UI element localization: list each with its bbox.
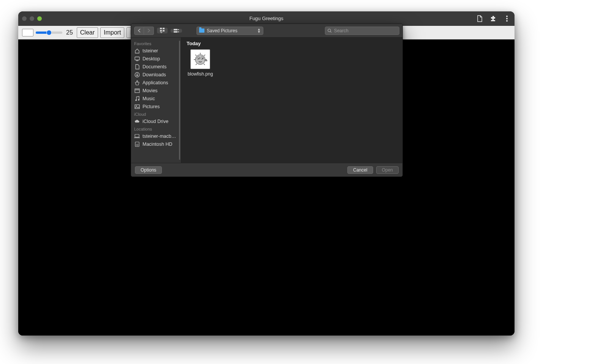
sidebar[interactable]: FavoriteststeinerDesktopDocumentsDownloa… [131,38,181,163]
sidebar-item-label: tsteiner-macb… [142,134,176,139]
svg-rect-25 [135,134,139,137]
minimize-window-button[interactable] [30,16,34,21]
sidebar-item-icloud-drive[interactable]: iCloud Drive [131,117,181,125]
svg-rect-26 [134,137,140,138]
sidebar-item-documents[interactable]: Documents [131,63,181,71]
sidebar-item-desktop[interactable]: Desktop [131,55,181,63]
window-title: Fugu Greetings [18,16,515,21]
search-field[interactable] [325,27,399,35]
color-swatch[interactable] [22,29,33,36]
search-input[interactable] [334,28,397,33]
clear-button[interactable]: Clear [77,27,98,38]
view-mode-button[interactable] [157,28,168,33]
chevron-down-icon [160,32,163,33]
sidebar-item-tsteiner[interactable]: tsteiner [131,47,181,55]
svg-rect-4 [163,28,165,29]
updown-icon: ▲▼ [257,28,261,33]
file-item[interactable]: blowfish.png [187,49,214,77]
cloud-icon [134,118,140,124]
location-dropdown[interactable]: Saved Pictures ▲▼ [196,27,263,35]
svg-line-40 [196,64,197,65]
sidebar-section-header: iCloud [131,110,181,117]
svg-rect-7 [174,29,177,30]
svg-rect-3 [160,28,162,29]
svg-rect-23 [135,105,139,109]
document-icon[interactable] [476,15,483,22]
window-controls [22,16,42,21]
sidebar-item-label: Movies [142,88,158,93]
file-thumbnail [190,49,210,69]
sidebar-item-pictures[interactable]: Pictures [131,102,181,110]
sidebar-item-label: Downloads [142,72,166,77]
maximize-window-button[interactable] [37,16,42,21]
documents-icon [134,64,140,69]
disk-icon [134,141,140,147]
group-by-button[interactable] [171,29,182,33]
svg-point-28 [136,144,138,145]
svg-line-41 [204,64,205,65]
nav-back-button[interactable] [134,27,144,35]
app-window: Fugu Greetings 25 Clear Import [18,11,515,336]
dialog-toolbar: Saved Pictures ▲▼ [131,24,402,38]
location-label: Saved Pictures [207,28,238,33]
svg-point-32 [198,58,200,59]
file-open-dialog: Saved Pictures ▲▼ FavoriteststeinerDeskt… [131,24,403,177]
sidebar-item-label: tsteiner [142,48,158,54]
scrollbar[interactable] [179,41,180,160]
svg-line-37 [204,55,205,56]
pictures-icon [134,104,140,109]
sidebar-item-applications[interactable]: Applications [131,79,181,87]
music-icon [134,96,140,101]
file-name-label: blowfish.png [188,71,213,77]
applications-icon [134,80,140,85]
sidebar-section-header: Favorites [131,40,181,47]
laptop-icon [134,133,140,139]
nav-forward-button[interactable] [144,27,154,35]
desktop-icon [134,56,140,61]
sidebar-item-tsteiner-macb-[interactable]: tsteiner-macb… [131,132,181,140]
dialog-footer: Options Cancel Open [131,163,402,176]
movies-icon [134,88,140,93]
sidebar-item-label: Pictures [142,104,160,109]
sidebar-section-header: Locations [131,125,181,132]
options-button[interactable]: Options [135,166,162,174]
svg-rect-6 [163,30,165,32]
open-button[interactable]: Open [376,166,399,174]
folder-icon [199,28,204,33]
sidebar-item-label: Music [142,96,155,101]
more-menu-icon[interactable] [503,15,511,22]
downloads-icon [134,72,140,77]
sidebar-item-movies[interactable]: Movies [131,87,181,95]
cancel-button[interactable]: Cancel [347,166,373,174]
import-button[interactable]: Import [100,27,124,38]
section-header: Today [187,41,397,46]
search-icon [328,28,332,33]
close-window-button[interactable] [22,16,27,21]
sidebar-item-label: iCloud Drive [142,119,168,124]
svg-point-2 [506,20,508,22]
file-pane[interactable]: Today blowfish.png [181,38,402,163]
sidebar-item-label: Macintosh HD [142,142,173,147]
svg-point-34 [202,58,203,59]
brush-size-value: 25 [65,29,74,36]
svg-rect-10 [178,32,179,32]
svg-point-21 [135,99,137,101]
sidebar-item-macintosh-hd[interactable]: Macintosh HD [131,140,181,148]
svg-point-22 [138,99,139,101]
svg-line-12 [330,31,331,32]
svg-point-1 [506,18,508,19]
svg-line-36 [195,55,196,56]
sidebar-item-label: Desktop [142,56,160,61]
svg-rect-5 [160,30,162,32]
svg-point-0 [506,16,508,17]
svg-point-11 [328,29,331,32]
svg-point-24 [136,105,137,106]
svg-rect-13 [135,57,139,60]
sidebar-item-downloads[interactable]: Downloads [131,71,181,79]
brush-size-slider[interactable] [36,32,62,34]
svg-point-29 [195,55,205,65]
extensions-icon[interactable] [489,15,497,22]
sidebar-item-label: Documents [142,64,166,69]
sidebar-item-music[interactable]: Music [131,95,181,102]
svg-rect-9 [178,29,179,30]
